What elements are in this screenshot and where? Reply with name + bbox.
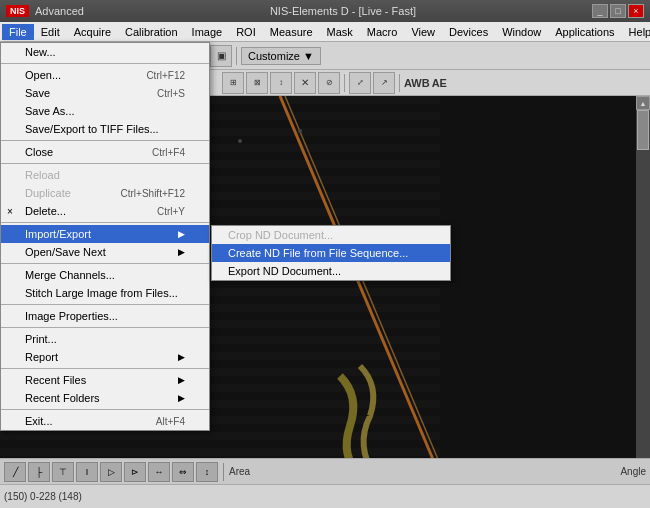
import-export-label: Import/Export	[25, 228, 91, 240]
scroll-track	[636, 110, 650, 470]
menu-file[interactable]: File	[2, 24, 34, 40]
create-nd-label: Create ND File from File Sequence...	[228, 247, 408, 259]
svg-rect-73	[0, 448, 440, 456]
menu-report[interactable]: Report ▶	[1, 348, 209, 366]
menu-recent-folders[interactable]: Recent Folders ▶	[1, 389, 209, 407]
menu-edit[interactable]: Edit	[34, 24, 67, 40]
open-label: Open...	[25, 69, 61, 81]
menu-merge-channels[interactable]: Merge Channels...	[1, 266, 209, 284]
area-label: Area	[229, 466, 250, 477]
customize-arrow: ▼	[303, 50, 314, 62]
menu-import-export[interactable]: Import/Export ▶ Crop ND Document... Crea…	[1, 225, 209, 243]
menu-new[interactable]: New...	[1, 43, 209, 61]
ae-label: AE	[432, 77, 447, 89]
menu-stitch[interactable]: Stitch Large Image from Files...	[1, 284, 209, 302]
img-tool5[interactable]: ⊘	[318, 72, 340, 94]
close-button[interactable]: ×	[628, 4, 644, 18]
menu-view[interactable]: View	[404, 24, 442, 40]
menu-mask[interactable]: Mask	[320, 24, 360, 40]
new-label: New...	[25, 46, 56, 58]
menu-save[interactable]: Save Ctrl+S	[1, 84, 209, 102]
delete-shortcut: Ctrl+Y	[157, 206, 185, 217]
menu-calibration[interactable]: Calibration	[118, 24, 185, 40]
menu-devices[interactable]: Devices	[442, 24, 495, 40]
img-tool2[interactable]: ⊠	[246, 72, 268, 94]
report-label: Report	[25, 351, 58, 363]
menu-window[interactable]: Window	[495, 24, 548, 40]
menu-image-properties[interactable]: Image Properties...	[1, 307, 209, 325]
tool-draw2[interactable]: ├	[28, 462, 50, 482]
svg-point-80	[238, 139, 242, 143]
delete-check: ×	[7, 206, 13, 217]
open-save-next-arrow: ▶	[178, 247, 185, 257]
tool-draw9[interactable]: ↕	[196, 462, 218, 482]
menu-exit[interactable]: Exit... Alt+F4	[1, 412, 209, 430]
sep1	[1, 63, 209, 64]
menu-open[interactable]: Open... Ctrl+F12	[1, 66, 209, 84]
menu-measure[interactable]: Measure	[263, 24, 320, 40]
menu-save-as[interactable]: Save As...	[1, 102, 209, 120]
title-bar: NIS Advanced NIS-Elements D - [Live - Fa…	[0, 0, 650, 22]
bottom-sep1	[223, 463, 224, 481]
menu-image[interactable]: Image	[185, 24, 230, 40]
menu-reload[interactable]: Reload	[1, 166, 209, 184]
menu-print[interactable]: Print...	[1, 330, 209, 348]
menu-recent-files[interactable]: Recent Files ▶	[1, 371, 209, 389]
customize-button[interactable]: Customize ▼	[241, 47, 321, 65]
menu-save-tiff[interactable]: Save/Export to TIFF Files...	[1, 120, 209, 138]
submenu-menu: Crop ND Document... Create ND File from …	[211, 225, 451, 281]
tool-draw1[interactable]: ╱	[4, 462, 26, 482]
import-export-arrow: ▶	[178, 229, 185, 239]
duplicate-label: Duplicate	[25, 187, 71, 199]
save-as-label: Save As...	[25, 105, 75, 117]
scroll-thumb[interactable]	[637, 110, 649, 150]
img-tool4[interactable]: ✕	[294, 72, 316, 94]
toolbar-sep3	[236, 47, 237, 65]
tool-draw6[interactable]: ⊳	[124, 462, 146, 482]
crop-label: Crop ND Document...	[228, 229, 333, 241]
sep8	[1, 368, 209, 369]
app-logo: NIS	[6, 5, 29, 17]
svg-point-81	[298, 129, 302, 133]
img-tool3[interactable]: ↕	[270, 72, 292, 94]
menu-duplicate[interactable]: Duplicate Ctrl+Shift+F12	[1, 184, 209, 202]
sep4	[1, 222, 209, 223]
window-title: NIS-Elements D - [Live - Fast]	[94, 5, 592, 17]
submenu-create-nd[interactable]: Create ND File from File Sequence...	[212, 244, 450, 262]
save-shortcut: Ctrl+S	[157, 88, 185, 99]
submenu-export-nd[interactable]: Export ND Document...	[212, 262, 450, 280]
tool-draw5[interactable]: ▷	[100, 462, 122, 482]
image-props-label: Image Properties...	[25, 310, 118, 322]
menu-delete[interactable]: × Delete... Ctrl+Y	[1, 202, 209, 220]
tool6[interactable]: ▣	[210, 45, 232, 67]
minimize-button[interactable]: _	[592, 4, 608, 18]
menu-macro[interactable]: Macro	[360, 24, 405, 40]
scroll-up-button[interactable]: ▲	[636, 96, 650, 110]
save-tiff-label: Save/Export to TIFF Files...	[25, 123, 159, 135]
tool-draw3[interactable]: ⊤	[52, 462, 74, 482]
file-menu-dropdown: New... Open... Ctrl+F12 Save Ctrl+S Save…	[0, 42, 210, 431]
close-label: Close	[25, 146, 53, 158]
sep6	[1, 304, 209, 305]
img-sep2	[399, 74, 400, 92]
recent-files-label: Recent Files	[25, 374, 86, 386]
tool-draw8[interactable]: ⇔	[172, 462, 194, 482]
status-bar: (150) 0-228 (148)	[0, 484, 650, 508]
print-label: Print...	[25, 333, 57, 345]
img-tool7[interactable]: ↗	[373, 72, 395, 94]
mode-label: Advanced	[35, 5, 84, 17]
menu-open-save-next[interactable]: Open/Save Next ▶	[1, 243, 209, 261]
img-tool6[interactable]: ⤢	[349, 72, 371, 94]
menu-help[interactable]: Help	[622, 24, 650, 40]
maximize-button[interactable]: □	[610, 4, 626, 18]
tool-draw7[interactable]: ↔	[148, 462, 170, 482]
menu-roi[interactable]: ROI	[229, 24, 263, 40]
tool-draw4[interactable]: I	[76, 462, 98, 482]
img-tool1[interactable]: ⊞	[222, 72, 244, 94]
menu-applications[interactable]: Applications	[548, 24, 621, 40]
exit-label: Exit...	[25, 415, 53, 427]
menu-acquire[interactable]: Acquire	[67, 24, 118, 40]
duplicate-shortcut: Ctrl+Shift+F12	[121, 188, 185, 199]
menu-close[interactable]: Close Ctrl+F4	[1, 143, 209, 161]
submenu-crop[interactable]: Crop ND Document...	[212, 226, 450, 244]
